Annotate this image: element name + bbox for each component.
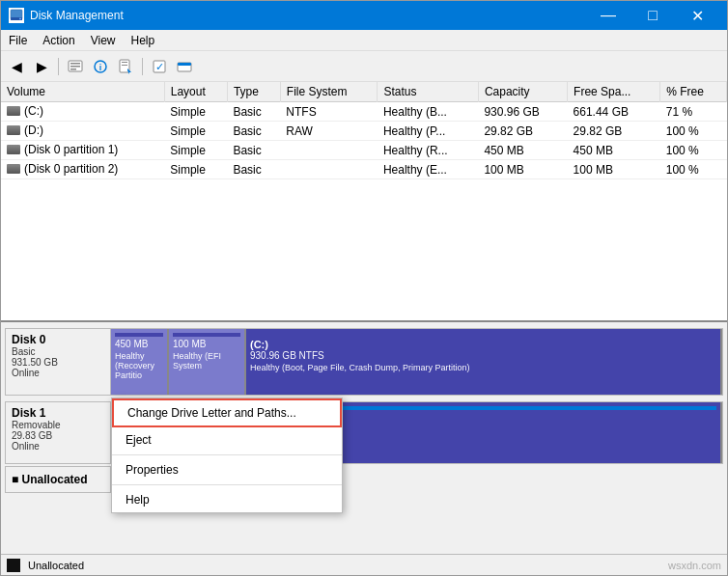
cell-status: Healthy (E... — [378, 160, 479, 179]
col-volume: Volume — [1, 82, 164, 102]
cell-status: Healthy (P... — [378, 122, 479, 141]
toolbar-sep-1 — [58, 58, 59, 75]
watermark: wsxdn.com — [668, 560, 721, 571]
toolbar-btn-1[interactable] — [64, 55, 87, 78]
main-content: Volume Layout Type File System Status Ca… — [1, 82, 727, 554]
volume-table-area[interactable]: Volume Layout Type File System Status Ca… — [1, 82, 727, 322]
col-free: Free Spa... — [568, 82, 660, 102]
cell-capacity: 930.96 GB — [478, 102, 567, 122]
toolbar-btn-2[interactable]: i — [89, 55, 112, 78]
table-header: Volume Layout Type File System Status Ca… — [1, 82, 727, 102]
main-window: Disk Management — □ ✕ File Action View H… — [0, 0, 728, 576]
cell-pct: 100 % — [660, 160, 727, 179]
table-row[interactable]: (D:) Simple Basic RAW Healthy (P... 29.8… — [1, 122, 727, 141]
cell-pct: 100 % — [660, 122, 727, 141]
context-menu-sep — [112, 454, 342, 455]
cell-layout: Simple — [164, 102, 227, 122]
disk-icon — [7, 106, 20, 116]
cell-type: Basic — [227, 141, 280, 160]
svg-rect-4 — [70, 63, 80, 65]
cell-layout: Simple — [164, 141, 227, 160]
volume-table: Volume Layout Type File System Status Ca… — [1, 82, 727, 179]
col-status: Status — [378, 82, 479, 102]
cell-type: Basic — [227, 160, 280, 179]
cell-pct: 100 % — [660, 141, 727, 160]
disk-icon — [7, 125, 20, 135]
cell-free: 29.82 GB — [568, 122, 660, 141]
svg-text:i: i — [99, 63, 102, 72]
close-button[interactable]: ✕ — [675, 1, 719, 30]
toolbar-btn-5[interactable] — [173, 55, 196, 78]
cell-fs — [280, 160, 378, 179]
svg-point-2 — [19, 18, 21, 20]
cell-status: Healthy (R... — [378, 141, 479, 160]
title-bar: Disk Management — □ ✕ — [1, 1, 727, 30]
cell-volume: (C:) — [1, 102, 164, 122]
svg-rect-5 — [70, 66, 80, 68]
maximize-button[interactable]: □ — [630, 1, 675, 30]
context-menu-properties[interactable]: Properties — [112, 457, 342, 482]
legend-unallocated-text: Unallocated — [28, 560, 84, 571]
context-menu-eject[interactable]: Eject — [112, 427, 342, 453]
cell-capacity: 450 MB — [478, 141, 567, 160]
table-body: (C:) Simple Basic NTFS Healthy (B... 930… — [1, 102, 727, 179]
svg-rect-11 — [122, 65, 127, 66]
cell-volume: (D:) — [1, 122, 164, 141]
cell-free: 100 MB — [568, 160, 660, 179]
cell-fs — [280, 141, 378, 160]
svg-rect-10 — [122, 62, 127, 63]
app-icon — [9, 8, 24, 23]
context-menu: Change Drive Letter and Paths... Eject P… — [111, 398, 343, 513]
toolbar-btn-4[interactable]: ✓ — [148, 55, 171, 78]
context-menu-overlay[interactable]: Change Drive Letter and Paths... Eject P… — [1, 322, 727, 554]
disk-icon — [7, 145, 20, 154]
context-menu-sep2 — [112, 484, 342, 485]
col-fs: File System — [280, 82, 378, 102]
window-title: Disk Management — [30, 9, 586, 22]
cell-capacity: 100 MB — [478, 160, 567, 179]
toolbar: ◀ ▶ i — [1, 51, 727, 82]
svg-text:✓: ✓ — [155, 61, 164, 72]
back-button[interactable]: ◀ — [5, 55, 28, 78]
status-bar: Unallocated wsxdn.com — [1, 554, 727, 575]
cell-layout: Simple — [164, 122, 227, 141]
cell-fs: NTFS — [280, 102, 378, 122]
cell-type: Basic — [227, 102, 280, 122]
forward-button[interactable]: ▶ — [30, 55, 53, 78]
cell-free: 450 MB — [568, 141, 660, 160]
toolbar-btn-3[interactable] — [114, 55, 137, 78]
col-capacity: Capacity — [478, 82, 567, 102]
toolbar-sep-2 — [142, 58, 143, 75]
menu-file[interactable]: File — [1, 32, 35, 49]
cell-type: Basic — [227, 122, 280, 141]
context-menu-change-drive[interactable]: Change Drive Letter and Paths... — [112, 398, 342, 427]
col-pct: % Free — [660, 82, 727, 102]
menu-help[interactable]: Help — [124, 32, 163, 49]
cell-status: Healthy (B... — [378, 102, 479, 122]
cell-layout: Simple — [164, 160, 227, 179]
svg-rect-6 — [70, 69, 76, 70]
minimize-button[interactable]: — — [586, 1, 630, 30]
status-legend: Unallocated — [7, 559, 84, 572]
disk-icon — [7, 164, 20, 174]
cell-capacity: 29.82 GB — [478, 122, 567, 141]
cell-volume: (Disk 0 partition 1) — [1, 141, 164, 160]
cell-volume: (Disk 0 partition 2) — [1, 160, 164, 179]
menu-action[interactable]: Action — [35, 32, 82, 49]
window-controls: — □ ✕ — [586, 1, 719, 30]
table-row[interactable]: (Disk 0 partition 2) Simple Basic Health… — [1, 160, 727, 179]
menu-view[interactable]: View — [83, 32, 124, 49]
svg-rect-16 — [178, 63, 191, 66]
menu-bar: File Action View Help — [1, 30, 727, 51]
cell-fs: RAW — [280, 122, 378, 141]
table-row[interactable]: (C:) Simple Basic NTFS Healthy (B... 930… — [1, 102, 727, 122]
disk-map-area: Disk 0 Basic 931.50 GB Online 450 MB Hea… — [1, 322, 727, 554]
col-type: Type — [227, 82, 280, 102]
cell-free: 661.44 GB — [568, 102, 660, 122]
table-row[interactable]: (Disk 0 partition 1) Simple Basic Health… — [1, 141, 727, 160]
cell-pct: 71 % — [660, 102, 727, 122]
context-menu-help[interactable]: Help — [112, 487, 342, 512]
col-layout: Layout — [164, 82, 227, 102]
legend-unallocated-box — [7, 559, 20, 572]
